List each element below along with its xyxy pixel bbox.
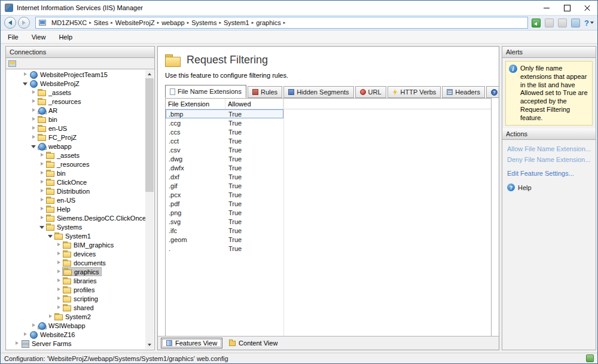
scroll-down-icon[interactable] — [145, 341, 154, 349]
minimize-button[interactable] — [536, 1, 557, 15]
table-row[interactable]: .dxfTrue — [166, 172, 283, 181]
tree-item-websiteprojz[interactable]: WebsiteProjZ — [7, 79, 145, 88]
table-row[interactable]: .pdfTrue — [166, 199, 283, 208]
back-button[interactable] — [4, 17, 16, 29]
tree-item-bin[interactable]: bin — [7, 169, 145, 178]
breadcrumb[interactable]: MD1ZH5XC▸Sites▸WebsiteProjZ▸webapp▸Syste… — [35, 17, 528, 29]
maximize-button[interactable] — [557, 1, 577, 15]
menu-help[interactable]: Help — [56, 33, 78, 41]
breadcrumb-item-websiteprojz[interactable]: WebsiteProjZ — [114, 19, 157, 26]
tab-http-verbs[interactable]: HTTP Verbs — [388, 86, 441, 98]
action-allow-file-name-extension[interactable]: Allow File Name Extension... — [502, 143, 596, 154]
expand-expander-icon[interactable] — [56, 259, 62, 266]
expand-expander-icon[interactable] — [30, 98, 37, 105]
expand-expander-icon[interactable] — [56, 295, 62, 302]
table-row[interactable]: .pcxTrue — [166, 190, 283, 199]
tab-headers[interactable]: Headers — [442, 86, 485, 98]
column-header-file-extension[interactable]: File Extension — [166, 99, 225, 109]
close-button[interactable] — [577, 1, 597, 15]
column-header-allowed[interactable]: Allowed — [225, 99, 283, 109]
expand-expander-icon[interactable] — [56, 250, 62, 257]
refresh-icon[interactable] — [571, 19, 580, 27]
collapse-expander-icon[interactable] — [47, 233, 54, 239]
tree-item-resources[interactable]: _resources — [7, 97, 145, 106]
tree-item-distribution[interactable]: Distribution — [7, 186, 145, 195]
menu-file[interactable]: File — [5, 33, 25, 41]
expand-expander-icon[interactable] — [30, 116, 37, 123]
tree-item-ar[interactable]: AR — [7, 106, 145, 115]
action-deny-file-name-extension[interactable]: Deny File Name Extension... — [502, 154, 596, 165]
breadcrumb-item-systems[interactable]: Systems — [190, 19, 218, 26]
tree-item-graphics[interactable]: graphics — [7, 267, 145, 276]
expand-expander-icon[interactable] — [39, 179, 45, 185]
tree-item-en-us[interactable]: en-US — [7, 195, 145, 204]
expand-expander-icon[interactable] — [39, 170, 45, 176]
table-row[interactable]: .True — [166, 244, 283, 253]
collapse-expander-icon[interactable] — [39, 224, 45, 230]
tab-content-view[interactable]: Content View — [224, 338, 282, 348]
tree-item-websiteprojectteam15[interactable]: WebsiteProjectTeam15 — [7, 70, 145, 79]
expand-expander-icon[interactable] — [22, 331, 29, 338]
table-row[interactable]: .ccgTrue — [166, 118, 283, 127]
collapse-expander-icon[interactable] — [22, 80, 29, 87]
table-row[interactable]: .gifTrue — [166, 181, 283, 190]
expand-expander-icon[interactable] — [56, 277, 62, 284]
action-help[interactable]: ?Help — [502, 182, 596, 193]
breadcrumb-item-md1zh5xc[interactable]: MD1ZH5XC — [50, 19, 89, 26]
expand-expander-icon[interactable] — [39, 215, 45, 221]
tree-item-wsiwebapp[interactable]: WSIWebapp — [7, 321, 145, 330]
tree-scrollbar[interactable] — [145, 70, 154, 349]
tree-item-scripting[interactable]: scripting — [7, 294, 145, 303]
tree-item-resources[interactable]: _resources — [7, 160, 145, 169]
tree-item-siemens-desigocc-clickonce[interactable]: Siemens.DesigoCC.ClickOnce — [7, 213, 145, 222]
tree-item-bim-graphics[interactable]: BIM_graphics — [7, 240, 145, 249]
tree-item-help[interactable]: Help — [7, 204, 145, 213]
collapse-expander-icon[interactable] — [30, 143, 37, 149]
tree-item-system2[interactable]: System2 — [7, 312, 145, 321]
expand-expander-icon[interactable] — [56, 268, 62, 275]
expand-expander-icon[interactable] — [30, 134, 37, 140]
tab-hidden-segments[interactable]: Hidden Segments — [283, 86, 353, 98]
expand-expander-icon[interactable] — [39, 152, 45, 158]
tab-rules[interactable]: Rules — [248, 86, 282, 98]
scroll-up-icon[interactable] — [145, 70, 154, 78]
tree-item-libraries[interactable]: libraries — [7, 276, 145, 285]
expand-expander-icon[interactable] — [39, 188, 45, 194]
scrollbar-thumb[interactable] — [145, 78, 154, 192]
tree-item-shared[interactable]: shared — [7, 303, 145, 312]
tab-url[interactable]: URL — [355, 86, 386, 98]
tree-item-assets[interactable]: _assets — [7, 151, 145, 160]
expand-expander-icon[interactable] — [39, 197, 45, 203]
menu-view[interactable]: View — [29, 33, 52, 41]
tree-item-assets[interactable]: _assets — [7, 88, 145, 97]
create-connection-icon[interactable] — [8, 60, 16, 67]
help-menu-button[interactable]: ? — [584, 19, 594, 27]
tree-item-devices[interactable]: devices — [7, 249, 145, 258]
tree-item-profiles[interactable]: profiles — [7, 285, 145, 294]
tree-item-system1[interactable]: System1 — [7, 231, 145, 240]
table-row[interactable]: .csvTrue — [166, 145, 283, 154]
expand-expander-icon[interactable] — [56, 241, 62, 248]
tree-item-fc-projz[interactable]: FC_ProjZ — [7, 133, 145, 142]
table-row[interactable]: .svgTrue — [166, 217, 283, 226]
tab-file-name-extensions[interactable]: File Name Extensions — [165, 85, 246, 98]
tree-item-systems[interactable]: Systems — [7, 222, 145, 231]
expand-expander-icon[interactable] — [30, 125, 37, 131]
action-edit-feature-settings[interactable]: Edit Feature Settings... — [502, 168, 596, 179]
table-row[interactable]: .pngTrue — [166, 208, 283, 217]
tree-item-clickonce[interactable]: ClickOnce — [7, 178, 145, 186]
breadcrumb-item-sites[interactable]: Sites — [92, 19, 110, 26]
expand-expander-icon[interactable] — [14, 340, 20, 347]
tree-item-server-farms[interactable]: Server Farms — [7, 339, 145, 348]
table-row[interactable]: .bmpTrue — [166, 109, 283, 118]
tree-item-documents[interactable]: documents — [7, 258, 145, 267]
expand-expander-icon[interactable] — [22, 71, 29, 78]
tab-query-strings[interactable]: ?Query Strings — [486, 86, 499, 98]
tab-features-view[interactable]: Features View — [161, 338, 222, 348]
tree-item-bin[interactable]: bin — [7, 115, 145, 124]
breadcrumb-item-system1[interactable]: System1 — [222, 19, 251, 26]
table-row[interactable]: .ifcTrue — [166, 226, 283, 235]
expand-expander-icon[interactable] — [47, 313, 54, 320]
table-row[interactable]: .cctTrue — [166, 136, 283, 145]
table-row[interactable]: .dwfxTrue — [166, 163, 283, 172]
